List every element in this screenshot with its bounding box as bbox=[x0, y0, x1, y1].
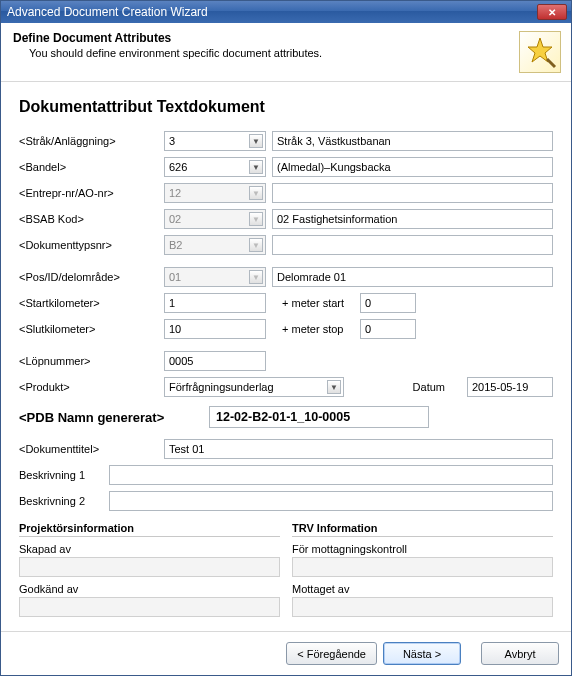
chevron-down-icon: ▼ bbox=[327, 380, 341, 394]
input-mottagningskontroll[interactable] bbox=[292, 557, 553, 577]
input-godkand-av[interactable] bbox=[19, 597, 280, 617]
label-pos: <Pos/ID/delområde> bbox=[19, 271, 164, 283]
chevron-down-icon: ▼ bbox=[249, 238, 263, 252]
input-lopnr[interactable]: 0005 bbox=[164, 351, 266, 371]
wizard-header: Define Document Attributes You should de… bbox=[1, 23, 571, 82]
input-meter-stop[interactable]: 0 bbox=[360, 319, 416, 339]
label-godkand-av: Godkänd av bbox=[19, 583, 280, 595]
combo-pos: 01 ▼ bbox=[164, 267, 266, 287]
combo-bandel[interactable]: 626 ▼ bbox=[164, 157, 266, 177]
label-skapad-av: Skapad av bbox=[19, 543, 280, 555]
combo-bsab: 02 ▼ bbox=[164, 209, 266, 229]
label-datum: Datum bbox=[413, 381, 445, 393]
label-bsab: <BSAB Kod> bbox=[19, 213, 164, 225]
label-slutkm: <Slutkilometer> bbox=[19, 323, 164, 335]
label-pdb: <PDB Namn genererat> bbox=[19, 410, 209, 425]
page-title: Dokumentattribut Textdokument bbox=[19, 98, 553, 116]
label-meter-start: + meter start bbox=[282, 297, 360, 309]
cancel-button[interactable]: Avbryt bbox=[481, 642, 559, 665]
label-beskr2: Beskrivning 2 bbox=[19, 495, 109, 507]
input-meter-start[interactable]: 0 bbox=[360, 293, 416, 313]
input-slutkm[interactable]: 10 bbox=[164, 319, 266, 339]
label-mottagningskontroll: För mottagningskontroll bbox=[292, 543, 553, 555]
wizard-footer: < Föregående Nästa > Avbryt bbox=[1, 631, 571, 675]
header-title: Define Document Attributes bbox=[13, 31, 519, 45]
label-startkm: <Startkilometer> bbox=[19, 297, 164, 309]
desc-doktyp[interactable] bbox=[272, 235, 553, 255]
label-entrepr: <Entrepr-nr/AO-nr> bbox=[19, 187, 164, 199]
combo-strak[interactable]: 3 ▼ bbox=[164, 131, 266, 151]
desc-pos[interactable]: Delomrade 01 bbox=[272, 267, 553, 287]
combo-doktyp: B2 ▼ bbox=[164, 235, 266, 255]
label-doktyp: <Dokumenttypsnr> bbox=[19, 239, 164, 251]
input-datum[interactable]: 2015-05-19 bbox=[467, 377, 553, 397]
input-skapad-av[interactable] bbox=[19, 557, 280, 577]
label-lopnr: <Löpnummer> bbox=[19, 355, 164, 367]
header-subtitle: You should define environment specific d… bbox=[13, 47, 519, 59]
desc-bsab[interactable]: 02 Fastighetsinformation bbox=[272, 209, 553, 229]
input-dokumenttitel[interactable]: Test 01 bbox=[164, 439, 553, 459]
pdb-generated-name: 12-02-B2-01-1_10-0005 bbox=[209, 406, 429, 428]
label-beskr1: Beskrivning 1 bbox=[19, 469, 109, 481]
wizard-wand-icon bbox=[519, 31, 561, 73]
close-icon: ✕ bbox=[548, 7, 556, 18]
desc-bandel[interactable]: (Almedal)–Kungsbacka bbox=[272, 157, 553, 177]
divider bbox=[292, 536, 553, 537]
chevron-down-icon: ▼ bbox=[249, 160, 263, 174]
desc-strak[interactable]: Stråk 3, Västkustbanan bbox=[272, 131, 553, 151]
chevron-down-icon: ▼ bbox=[249, 134, 263, 148]
label-meter-stop: + meter stop bbox=[282, 323, 360, 335]
close-button[interactable]: ✕ bbox=[537, 4, 567, 20]
svg-line-1 bbox=[547, 59, 555, 67]
window-title: Advanced Document Creation Wizard bbox=[7, 5, 537, 19]
chevron-down-icon: ▼ bbox=[249, 186, 263, 200]
input-beskr2[interactable] bbox=[109, 491, 553, 511]
section-projektor-info: Projektörsinformation bbox=[19, 522, 280, 534]
chevron-down-icon: ▼ bbox=[249, 270, 263, 284]
input-mottaget-av[interactable] bbox=[292, 597, 553, 617]
input-startkm[interactable]: 1 bbox=[164, 293, 266, 313]
label-dokumenttitel: <Dokumenttitel> bbox=[19, 443, 164, 455]
section-trv-info: TRV Information bbox=[292, 522, 553, 534]
combo-produkt[interactable]: Förfrågningsunderlag ▼ bbox=[164, 377, 344, 397]
titlebar: Advanced Document Creation Wizard ✕ bbox=[1, 1, 571, 23]
desc-entrepr[interactable] bbox=[272, 183, 553, 203]
chevron-down-icon: ▼ bbox=[249, 212, 263, 226]
combo-entrepr: 12 ▼ bbox=[164, 183, 266, 203]
label-mottaget-av: Mottaget av bbox=[292, 583, 553, 595]
previous-button[interactable]: < Föregående bbox=[286, 642, 377, 665]
label-bandel: <Bandel> bbox=[19, 161, 164, 173]
label-strak: <Stråk/Anläggning> bbox=[19, 135, 164, 147]
divider bbox=[19, 536, 280, 537]
form-body: Dokumentattribut Textdokument <Stråk/Anl… bbox=[1, 82, 571, 631]
wizard-window: Advanced Document Creation Wizard ✕ Defi… bbox=[0, 0, 572, 676]
next-button[interactable]: Nästa > bbox=[383, 642, 461, 665]
label-produkt: <Produkt> bbox=[19, 381, 164, 393]
input-beskr1[interactable] bbox=[109, 465, 553, 485]
